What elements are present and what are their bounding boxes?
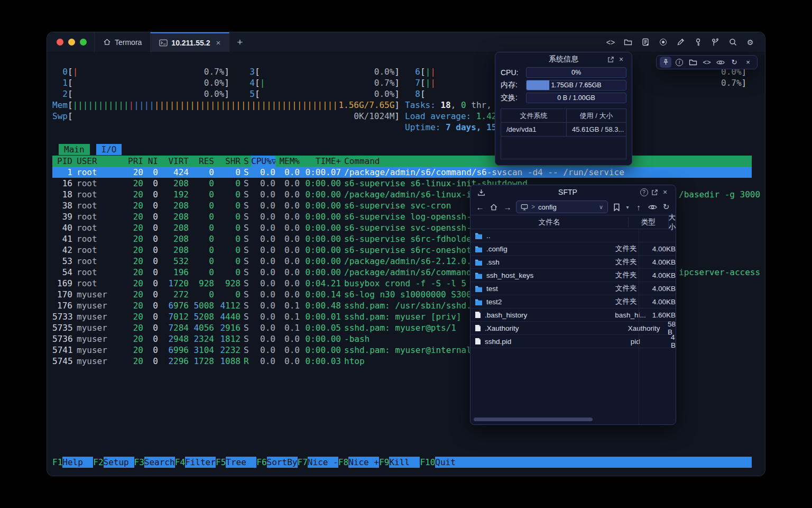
forward-icon[interactable]: → — [502, 203, 513, 212]
settings-icon[interactable]: ⚙ — [747, 38, 754, 47]
file-type: 文件夹 — [610, 297, 646, 306]
cpu-meter-0: 0[|0.7%] — [52, 66, 229, 77]
zoom-window-button[interactable] — [80, 39, 87, 46]
tab-home[interactable]: Termora — [94, 32, 150, 52]
fkey-f10-label[interactable]: Quit — [435, 457, 752, 468]
bookmark-icon[interactable] — [611, 203, 622, 211]
record-icon[interactable] — [660, 39, 667, 46]
column-header-shr[interactable]: SHR — [214, 156, 241, 167]
key-icon[interactable] — [695, 38, 702, 47]
refresh-icon[interactable]: ↻ — [732, 58, 737, 66]
swap-label: 交换: — [501, 93, 522, 103]
column-header-user[interactable]: USER — [77, 156, 125, 167]
popout-icon[interactable] — [649, 189, 660, 196]
folder-icon[interactable] — [624, 39, 632, 46]
fkey-f5[interactable]: F5 — [216, 457, 226, 468]
fkey-f4-label[interactable]: Filter — [185, 457, 216, 468]
cpu-id: 8 — [405, 88, 420, 99]
horizontal-scrollbar[interactable] — [474, 418, 593, 421]
column-header-pri[interactable]: PRI — [125, 156, 143, 167]
help-icon[interactable]: ? — [639, 188, 649, 196]
fkey-f1[interactable]: F1 — [52, 457, 62, 468]
file-row[interactable]: test文件夹4.00KB — [470, 282, 676, 295]
file-row[interactable]: .config文件夹4.00KB — [470, 242, 676, 256]
close-icon[interactable]: × — [660, 188, 670, 196]
tab-close-icon[interactable]: × — [216, 38, 221, 47]
sftp-toolbar: ← → > config ∨ ▾ ↑ ↻ — [470, 199, 676, 215]
column-header-pid[interactable]: PID — [52, 156, 72, 167]
file-row[interactable]: .bash_historybash_hi...1.60KB — [470, 309, 676, 322]
column-header-time[interactable]: TIME+ — [300, 156, 341, 167]
back-icon[interactable]: ← — [475, 203, 485, 212]
file-size: 4 B — [665, 333, 676, 349]
keychain-icon[interactable] — [712, 38, 719, 47]
edit-icon[interactable] — [677, 38, 685, 46]
refresh-icon[interactable]: ↻ — [661, 202, 671, 212]
fkey-f3-label[interactable]: Search — [144, 457, 175, 468]
column-header-cpu[interactable]: CPU%▽ — [251, 156, 275, 167]
file-row[interactable]: .. — [470, 229, 676, 242]
file-row[interactable]: ssh_host_keys文件夹4.00KB — [470, 269, 676, 282]
folder-icon[interactable] — [689, 59, 697, 66]
fkey-f6-label[interactable]: SortBy — [267, 457, 298, 468]
file-row[interactable]: sshd.pidpid4 B — [470, 335, 676, 348]
path-breadcrumb[interactable]: > config ∨ — [516, 201, 608, 213]
info-icon[interactable]: i — [676, 59, 683, 66]
column-filename[interactable]: 文件名 — [470, 217, 629, 227]
file-size: 4.00KB — [646, 245, 676, 253]
column-header-s[interactable]: S — [244, 156, 251, 167]
log-icon[interactable] — [642, 38, 649, 46]
close-icon[interactable]: × — [616, 55, 626, 64]
close-window-button[interactable] — [57, 39, 63, 46]
bookmark-dropdown-icon[interactable]: ▾ — [625, 204, 630, 210]
column-header-virt[interactable]: VIRT — [158, 156, 189, 167]
cpu-id: 7 — [405, 77, 420, 88]
fkey-f9-label[interactable]: Kill — [389, 457, 420, 468]
tab-active-session[interactable]: 10.211.55.2 × — [150, 32, 229, 52]
cpu-id: 6 — [405, 66, 420, 77]
minimize-window-button[interactable] — [68, 39, 75, 46]
chevron-down-icon[interactable]: ∨ — [599, 204, 603, 211]
search-icon[interactable] — [729, 38, 737, 46]
home-icon[interactable] — [488, 203, 499, 211]
fkey-f8-label[interactable]: Nice + — [348, 457, 379, 468]
fkey-f7-label[interactable]: Nice - — [308, 457, 338, 468]
file-row[interactable]: .ssh文件夹4.00KB — [470, 256, 676, 269]
column-header-mem[interactable]: MEM% — [275, 156, 300, 167]
pin-icon[interactable] — [662, 59, 669, 66]
fkey-f10[interactable]: F10 — [420, 457, 435, 468]
cpu-label: CPU: — [501, 68, 522, 77]
fkey-f7[interactable]: F7 — [298, 457, 308, 468]
fkey-f8[interactable]: F8 — [338, 457, 348, 468]
file-row[interactable]: test2文件夹4.00KB — [470, 295, 676, 309]
htop-tab-i/o[interactable]: I/O — [96, 144, 122, 155]
column-header-res[interactable]: RES — [189, 156, 214, 167]
code-icon[interactable]: <> — [703, 58, 710, 66]
fkey-f9[interactable]: F9 — [379, 457, 389, 468]
code-icon[interactable]: <> — [606, 38, 615, 47]
column-type[interactable]: 类型 — [629, 217, 668, 227]
file-name: sshd.pid — [485, 338, 511, 346]
download-icon[interactable] — [476, 188, 486, 196]
fkey-f4[interactable]: F4 — [175, 457, 185, 468]
computer-icon — [521, 204, 528, 211]
fkey-f2[interactable]: F2 — [93, 457, 103, 468]
fkey-f2-label[interactable]: Setup — [104, 457, 134, 468]
htop-tab-main[interactable]: Main — [59, 144, 90, 155]
popout-icon[interactable] — [605, 56, 616, 63]
process-row[interactable]: 1root20042400S0.00.00:00.07/package/admi… — [52, 167, 752, 178]
new-tab-button[interactable]: + — [229, 32, 250, 52]
swap-meter: Swp[0K/1024M] — [52, 111, 400, 122]
show-hidden-icon[interactable] — [647, 204, 658, 211]
close-icon[interactable]: × — [746, 58, 750, 66]
eye-icon[interactable] — [716, 59, 725, 66]
cpu-percent: 0.7% — [374, 77, 395, 88]
fkey-f5-label[interactable]: Tree — [226, 457, 256, 468]
upload-icon[interactable]: ↑ — [633, 203, 644, 212]
system-info-panel: 系统信息 × CPU: 0% 内存: 1.75GB / 7.65GB 交换: — [495, 52, 632, 166]
fkey-f3[interactable]: F3 — [134, 457, 144, 468]
fkey-f6[interactable]: F6 — [256, 457, 266, 468]
fkey-f1-label[interactable]: Help — [62, 457, 93, 468]
column-header-ni[interactable]: NI — [143, 156, 158, 167]
file-row[interactable]: .XauthorityXauthority58 B — [470, 322, 676, 335]
